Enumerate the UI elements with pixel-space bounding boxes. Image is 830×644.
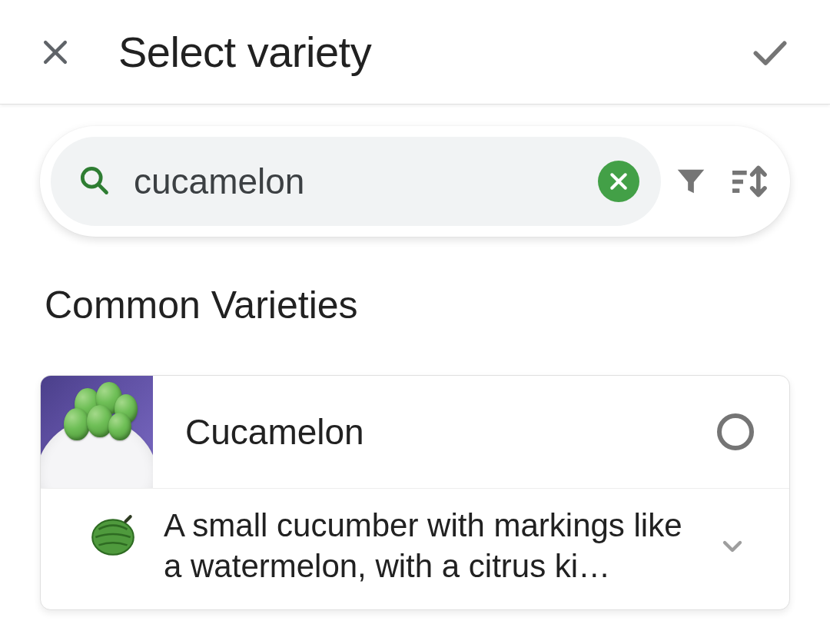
melon-emoji (62, 506, 164, 561)
svg-rect-7 (732, 180, 743, 184)
chevron-down-icon (717, 531, 748, 562)
search-bar (40, 126, 790, 237)
variety-name: Cucamelon (185, 411, 717, 453)
sort-icon (727, 160, 770, 203)
clear-icon (607, 170, 630, 193)
variety-description: A small cucumber with markings like a wa… (164, 506, 711, 586)
svg-rect-6 (732, 171, 747, 175)
check-icon (749, 31, 792, 74)
sort-button[interactable] (721, 154, 776, 209)
close-icon (38, 35, 72, 69)
svg-rect-8 (732, 188, 739, 193)
page-title: Select variety (118, 27, 371, 77)
search-input[interactable] (134, 161, 575, 202)
select-radio[interactable] (717, 413, 754, 450)
variety-row[interactable]: Cucamelon (41, 376, 789, 489)
close-button[interactable] (32, 29, 78, 75)
svg-line-3 (98, 184, 106, 192)
expand-button[interactable] (711, 525, 754, 568)
clear-search-button[interactable] (598, 161, 639, 202)
section-title: Common Varieties (45, 283, 830, 327)
filter-icon (673, 164, 709, 199)
filter-button[interactable] (667, 158, 715, 205)
search-icon (77, 163, 111, 200)
header: Select variety (0, 0, 830, 105)
search-pill (51, 137, 661, 226)
variety-card: Cucamelon A small cucumber with markings… (40, 375, 790, 610)
variety-thumbnail (41, 376, 153, 488)
variety-description-row: A small cucumber with markings like a wa… (41, 489, 789, 609)
confirm-button[interactable] (742, 25, 798, 80)
